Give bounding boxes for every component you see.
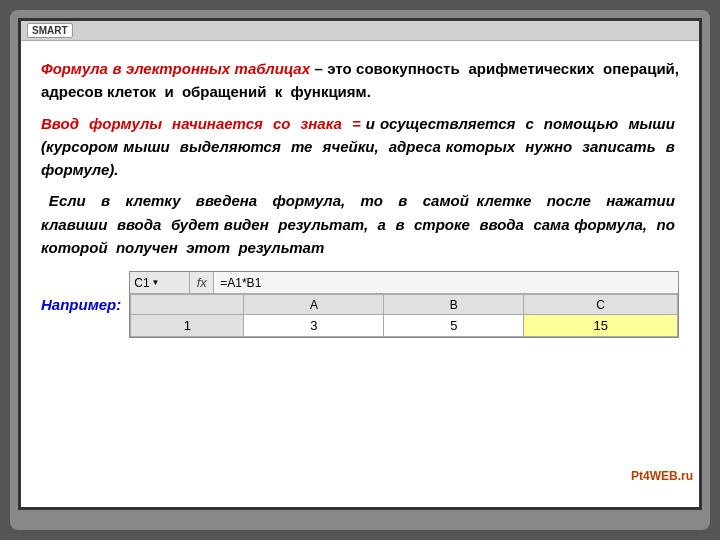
watermark: Pt4WEB.ru	[631, 469, 693, 483]
table-header-row: А В С	[131, 295, 678, 315]
spreadsheet: С1 ▼ fx =А1*В1 А	[129, 271, 679, 338]
row-number-1: 1	[131, 315, 244, 337]
fx-icon: fx	[190, 272, 214, 293]
formula-bar: С1 ▼ fx =А1*В1	[130, 272, 678, 294]
cell-a1[interactable]: 3	[244, 315, 384, 337]
cell-ref: С1 ▼	[130, 272, 190, 293]
col-header-c: С	[524, 295, 678, 315]
col-header-a: А	[244, 295, 384, 315]
cell-ref-value: С1	[134, 276, 149, 290]
para1-title: Формула в электронных таблицах	[41, 60, 310, 77]
col-header-empty	[131, 295, 244, 315]
table-row: 1 3 5 15	[131, 315, 678, 337]
col-header-b: В	[384, 295, 524, 315]
paragraph1: Формула в электронных таблицах – это сов…	[41, 57, 679, 112]
example-row: Например: С1 ▼ fx =А1*В1	[41, 271, 679, 338]
paragraph3: Если в клетку введена формула, то в само…	[41, 189, 679, 267]
monitor-frame: SMART Формула в электронных таблицах – э…	[10, 10, 710, 530]
formula-value: =А1*В1	[220, 276, 261, 290]
cell-b1[interactable]: 5	[384, 315, 524, 337]
para3-text: Если в клетку введена формула, то в само…	[41, 192, 679, 256]
cell-c1[interactable]: 15	[524, 315, 678, 337]
spreadsheet-table: А В С 1 3 5 15	[130, 294, 678, 337]
formula-content: =А1*В1	[214, 276, 267, 290]
para2-intro: Ввод формулы начинается со знака	[41, 115, 352, 132]
top-bar: SMART	[21, 21, 699, 41]
content-area: Формула в электронных таблицах – это сов…	[21, 41, 699, 507]
smart-logo: SMART	[27, 23, 73, 38]
screen: SMART Формула в электронных таблицах – э…	[18, 18, 702, 510]
dropdown-arrow-icon[interactable]: ▼	[152, 278, 160, 287]
example-label: Например:	[41, 296, 121, 313]
paragraph2: Ввод формулы начинается со знака = и осу…	[41, 112, 679, 190]
equals-sign: =	[352, 115, 361, 132]
